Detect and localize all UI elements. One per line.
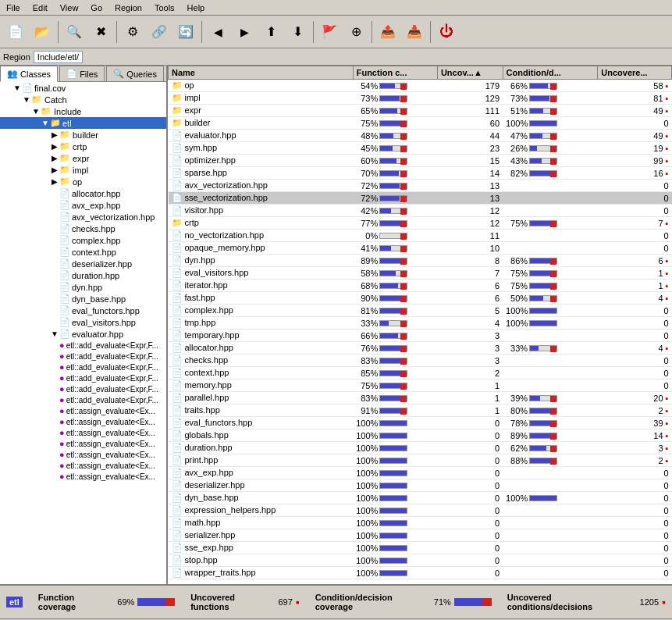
- tree-item-func-10[interactable]: ● etl::assign_evaluate<Ex...: [0, 438, 166, 449]
- toggle-checks[interactable]: [50, 224, 59, 233]
- up-button[interactable]: ⬆: [258, 20, 283, 45]
- tree-item-include[interactable]: ▼ 📁 Include: [0, 105, 166, 117]
- toggle-eval-functors[interactable]: [50, 306, 59, 315]
- toggle-avx-vec[interactable]: [50, 212, 59, 221]
- menu-edit[interactable]: Edit: [27, 2, 54, 14]
- menu-file[interactable]: File: [0, 2, 27, 14]
- toggle-dyn-base[interactable]: [50, 294, 59, 303]
- tree-item-func-9[interactable]: ● etl::assign_evaluate<Ex...: [0, 427, 166, 438]
- tree-item-func-12[interactable]: ● etl::assign_evaluate<Ex...: [0, 460, 166, 471]
- table-row[interactable]: 📁crtp 77% 12 75% 7 ▪: [169, 217, 672, 230]
- table-row[interactable]: 📄memory.hpp 75% 10: [169, 379, 672, 392]
- tree-item-expr[interactable]: ▶ 📁 expr: [0, 152, 166, 164]
- link-button[interactable]: 🔗: [147, 20, 172, 45]
- toggle-allocator[interactable]: [50, 189, 59, 198]
- table-row[interactable]: 📄expression_helpers.hpp 100% 00: [169, 504, 672, 517]
- toggle-catch[interactable]: ▼: [22, 95, 31, 104]
- table-row[interactable]: 📄dyn_base.hpp 100% 0 100% 0: [169, 492, 672, 504]
- table-row[interactable]: 📄avx_exp.hpp 100% 00: [169, 467, 672, 479]
- toggle-duration[interactable]: [50, 271, 59, 280]
- toggle-avx-exp[interactable]: [50, 201, 59, 209]
- col-header-cond[interactable]: Condition/d...: [503, 66, 598, 80]
- back-button[interactable]: ◀: [205, 20, 230, 45]
- table-row[interactable]: 📄temporary.hpp 66% 30: [169, 330, 672, 342]
- tree-item-func-1[interactable]: ● etl::add_evaluate<Expr,F...: [0, 340, 166, 351]
- menu-region[interactable]: Region: [108, 2, 148, 14]
- table-row[interactable]: 📁builder 75% 60 100% 0: [169, 117, 672, 130]
- toggle-eval-visitors[interactable]: [50, 318, 59, 326]
- power-button[interactable]: ⏻: [434, 20, 459, 45]
- toggle-etl[interactable]: ▼: [41, 119, 50, 127]
- toggle-crtp[interactable]: ▶: [50, 142, 59, 151]
- col-header-uncov-cond[interactable]: Uncovere...: [598, 66, 672, 80]
- tree-item-etl[interactable]: ▼ 📁 etl: [0, 117, 166, 129]
- table-row[interactable]: 📄sparse.hpp 70% 14 82% 16 ▪: [169, 167, 672, 180]
- table-row[interactable]: 📄sse_vectorization.hpp 72% 130: [169, 192, 672, 205]
- toggle-complex[interactable]: [50, 236, 59, 244]
- table-row[interactable]: 📄serializer.hpp 100% 00: [169, 529, 672, 542]
- menu-tools[interactable]: Tools: [148, 2, 181, 14]
- clear-button[interactable]: ✖: [88, 20, 113, 45]
- tree-item-duration[interactable]: 📄 duration.hpp: [0, 269, 166, 281]
- table-row[interactable]: 📄opaque_memory.hpp 41% 100: [169, 242, 672, 255]
- toggle-evaluator[interactable]: ▼: [50, 330, 59, 338]
- tree-item-func-8[interactable]: ● etl::assign_evaluate<Ex...: [0, 416, 166, 427]
- add-button[interactable]: ⊕: [343, 20, 368, 45]
- new-button[interactable]: 📄: [3, 20, 28, 45]
- table-row[interactable]: 📄visitor.hpp 42% 120: [169, 205, 672, 217]
- table-row[interactable]: 📄iterator.hpp 68% 6 75% 1 ▪: [169, 280, 672, 292]
- tree-item-allocator[interactable]: 📄 allocator.hpp: [0, 187, 166, 199]
- table-row[interactable]: 📄checks.hpp 83% 30: [169, 355, 672, 367]
- tree-item-eval-visitors[interactable]: 📄 eval_visitors.hpp: [0, 316, 166, 328]
- right-panel[interactable]: Name Function c... Uncov...▲ Condition/d…: [168, 66, 672, 584]
- col-header-uncov-func[interactable]: Uncov...▲: [437, 66, 503, 80]
- tree-item-context[interactable]: 📄 context.hpp: [0, 246, 166, 258]
- table-row[interactable]: 📄duration.hpp 100% 0 62% 3 ▪: [169, 442, 672, 454]
- menu-help[interactable]: Help: [181, 2, 212, 14]
- tree-item-avx-exp[interactable]: 📄 avx_exp.hpp: [0, 199, 166, 211]
- open-button[interactable]: 📂: [30, 20, 55, 45]
- tree-item-catch[interactable]: ▼ 📁 Catch: [0, 94, 166, 105]
- col-header-func[interactable]: Function c...: [353, 66, 437, 80]
- tree-item-dyn-base[interactable]: 📄 dyn_base.hpp: [0, 293, 166, 305]
- table-row[interactable]: 📄eval_visitors.hpp 58% 7 75% 1 ▪: [169, 267, 672, 280]
- toggle-deserializer[interactable]: [50, 259, 59, 268]
- forward-button[interactable]: ▶: [232, 20, 257, 45]
- toggle-op[interactable]: ▶: [50, 177, 59, 186]
- tree-item-func-6[interactable]: ● etl::add_evaluate<Expr,F...: [0, 394, 166, 405]
- flag-button[interactable]: 🚩: [317, 20, 342, 45]
- table-row[interactable]: 📄fast.hpp 90% 6 50% 4 ▪: [169, 292, 672, 305]
- table-row[interactable]: 📄deserializer.hpp 100% 00: [169, 479, 672, 492]
- table-row[interactable]: 📄no_vectorization.hpp 0% 110: [169, 230, 672, 242]
- table-row[interactable]: 📄eval_functors.hpp 100% 0 78% 39 ▪: [169, 417, 672, 429]
- toggle-finalcov[interactable]: ▼: [12, 84, 22, 92]
- table-row[interactable]: 📄optimizer.hpp 60% 15 43% 99 ▪: [169, 155, 672, 167]
- table-row[interactable]: 📁expr 65% 111 51% 49 ▪: [169, 105, 672, 117]
- table-row[interactable]: 📄sym.hpp 45% 23 26% 19 ▪: [169, 142, 672, 155]
- table-row[interactable]: 📄complex.hpp 81% 5 100% 0: [169, 305, 672, 317]
- table-row[interactable]: 📄print.hpp 100% 0 88% 2 ▪: [169, 454, 672, 467]
- tree-item-eval-functors[interactable]: 📄 eval_functors.hpp: [0, 305, 166, 316]
- tree-item-op[interactable]: ▶ 📁 op: [0, 176, 166, 187]
- table-row[interactable]: 📄wrapper_traits.hpp 100% 00: [169, 567, 672, 579]
- export-button[interactable]: 📤: [375, 20, 400, 45]
- tree-item-func-5[interactable]: ● etl::add_evaluate<Expr,F...: [0, 383, 166, 394]
- tree-item-impl[interactable]: ▶ 📁 impl: [0, 164, 166, 176]
- toggle-impl[interactable]: ▶: [50, 166, 59, 174]
- table-row[interactable]: 📄stop.hpp 100% 00: [169, 554, 672, 567]
- tree-item-builder[interactable]: ▶ 📁 builder: [0, 129, 166, 141]
- tree-item-func-13[interactable]: ● etl::assign_evaluate<Ex...: [0, 471, 166, 482]
- menu-view[interactable]: View: [54, 2, 85, 14]
- settings-button[interactable]: ⚙: [120, 20, 145, 45]
- table-row[interactable]: 📄allocator.hpp 76% 3 33% 4 ▪: [169, 342, 672, 355]
- tree-item-deserializer[interactable]: 📄 deserializer.hpp: [0, 258, 166, 269]
- toggle-include[interactable]: ▼: [31, 107, 41, 116]
- tree-item-func-7[interactable]: ● etl::assign_evaluate<Ex...: [0, 405, 166, 416]
- tree-item-func-2[interactable]: ● etl::add_evaluate<Expr,F...: [0, 351, 166, 362]
- tree-item-func-3[interactable]: ● etl::add_evaluate<Expr,F...: [0, 362, 166, 372]
- tree-item-avx-vec[interactable]: 📄 avx_vectorization.hpp: [0, 211, 166, 223]
- tree-item-checks[interactable]: 📄 checks.hpp: [0, 223, 166, 234]
- tree-item-complex[interactable]: 📄 complex.hpp: [0, 234, 166, 246]
- table-row[interactable]: 📁op 54% 179 66% 58 ▪: [169, 80, 672, 92]
- tree-item-crtp[interactable]: ▶ 📁 crtp: [0, 141, 166, 152]
